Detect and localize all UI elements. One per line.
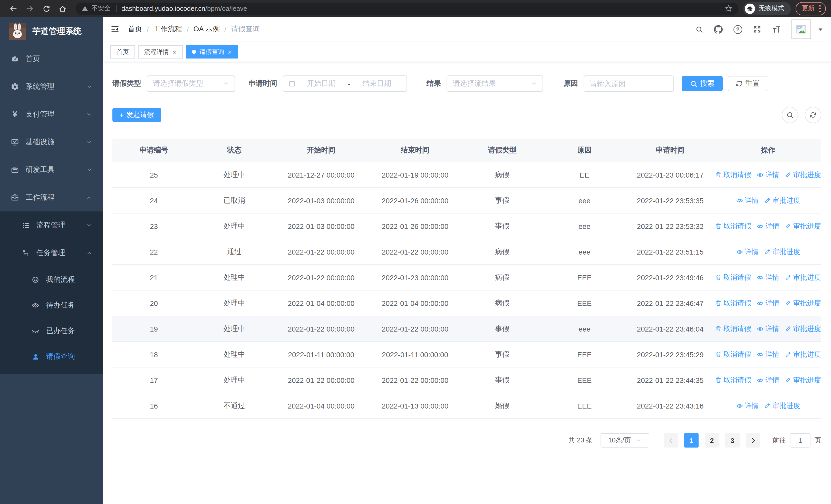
detail-action-link[interactable]: 详情	[757, 376, 779, 385]
progress-action-link[interactable]: 审批进度	[785, 273, 821, 282]
sidebar-item-label: 已办任务	[46, 326, 75, 336]
detail-action-link[interactable]: 详情	[736, 401, 758, 410]
page-size-select[interactable]: 10条/页	[601, 433, 649, 448]
next-page-button[interactable]	[746, 433, 760, 448]
sidebar-item-支付管理[interactable]: ¥支付管理	[0, 100, 103, 128]
progress-action-link[interactable]: 审批进度	[764, 196, 800, 205]
breadcrumb-item[interactable]: 首页	[128, 25, 142, 34]
detail-action-link[interactable]: 详情	[757, 298, 779, 308]
sidebar-item-待办任务[interactable]: 待办任务	[0, 293, 103, 318]
cancel-action-link[interactable]: 取消请假	[715, 273, 751, 282]
close-icon[interactable]: ×	[228, 49, 231, 55]
edit-icon	[785, 325, 792, 332]
fontsize-icon[interactable]	[772, 25, 781, 34]
progress-action-link[interactable]: 审批进度	[785, 324, 821, 333]
more-vert-icon[interactable]	[818, 4, 822, 13]
cancel-action-link[interactable]: 取消请假	[715, 170, 751, 179]
prev-page-button[interactable]	[664, 433, 678, 448]
cell-actions: 详情审批进度	[715, 393, 821, 419]
address-bar[interactable]: 不安全 dashboard.yudao.iocoder.cn/bpm/oa/le…	[76, 2, 739, 14]
sidebar-logo-row[interactable]: 芋道管理系统	[0, 17, 103, 45]
cancel-action-link[interactable]: 取消请假	[715, 298, 751, 308]
bookmark-star-icon[interactable]	[725, 5, 733, 12]
sidebar-item-我的流程[interactable]: 我的流程	[0, 267, 103, 293]
sidebar-item-系统管理[interactable]: 系统管理	[0, 73, 103, 100]
progress-action-link[interactable]: 审批进度	[764, 401, 800, 410]
sidebar-item-label: 基础设施	[26, 138, 54, 147]
reset-button[interactable]: 重置	[728, 76, 767, 91]
sidebar-item-研发工具[interactable]: 研发工具	[0, 156, 103, 184]
detail-action-link[interactable]: 详情	[757, 350, 779, 359]
sidebar-item-流程管理[interactable]: 流程管理	[0, 211, 103, 239]
breadcrumb-item[interactable]: 工作流程	[153, 25, 182, 34]
goto-page-input[interactable]	[790, 433, 810, 448]
create-leave-button[interactable]: + 发起请假	[112, 108, 161, 122]
sidebar-item-基础设施[interactable]: 基础设施	[0, 128, 103, 156]
close-icon[interactable]: ×	[172, 49, 176, 55]
cell-start: 2022-01-22 00:00:00	[273, 316, 369, 342]
leave-type-select[interactable]: 请选择请假类型	[147, 76, 235, 92]
action-label: 审批进度	[793, 298, 821, 308]
progress-action-link[interactable]: 审批进度	[785, 350, 821, 359]
cancel-action-link[interactable]: 取消请假	[715, 376, 751, 385]
apply-time-range-picker[interactable]: 开始日期 - 结束日期	[283, 76, 407, 92]
reason-input[interactable]	[583, 76, 674, 92]
cell-reason: eee	[543, 187, 625, 213]
detail-action-link[interactable]: 详情	[736, 247, 758, 256]
detail-action-link[interactable]: 详情	[757, 273, 779, 282]
forward-icon[interactable]	[24, 2, 36, 14]
progress-action-link[interactable]: 审批进度	[785, 221, 821, 231]
detail-action-link[interactable]: 详情	[757, 324, 779, 333]
sidebar-item-工作流程[interactable]: 工作流程	[0, 184, 103, 211]
reload-icon[interactable]	[40, 2, 52, 14]
security-chip[interactable]: 不安全	[82, 4, 111, 13]
tab-首页[interactable]: 首页	[110, 45, 135, 59]
caret-down-icon[interactable]	[818, 26, 823, 32]
cell-type: 事假	[461, 213, 543, 239]
avatar[interactable]	[792, 20, 811, 39]
page-button-1[interactable]: 1	[684, 433, 698, 448]
progress-action-link[interactable]: 审批进度	[764, 247, 800, 256]
home-icon[interactable]	[56, 2, 69, 14]
detail-action-link[interactable]: 详情	[757, 221, 779, 231]
tab-流程详情[interactable]: 流程详情×	[138, 45, 182, 59]
sidebar-item-已办任务[interactable]: 已办任务	[0, 318, 103, 344]
cancel-action-link[interactable]: 取消请假	[715, 324, 751, 333]
cancel-action-link[interactable]: 取消请假	[715, 350, 751, 359]
column-header-申请时间: 申请时间	[626, 139, 715, 162]
cell-id: 24	[112, 187, 195, 213]
page-button-2[interactable]: 2	[705, 433, 719, 448]
search-icon[interactable]	[695, 25, 703, 33]
sidebar-fold-icon[interactable]	[110, 25, 120, 34]
search-button[interactable]: 搜索	[682, 76, 723, 91]
detail-action-link[interactable]: 详情	[757, 170, 779, 179]
progress-action-link[interactable]: 审批进度	[785, 376, 821, 385]
detail-action-link[interactable]: 详情	[736, 196, 758, 205]
edit-icon	[764, 403, 771, 409]
tab-请假查询[interactable]: 请假查询×	[185, 45, 238, 59]
github-icon[interactable]	[714, 25, 723, 34]
sidebar-item-任务管理[interactable]: 任务管理	[0, 239, 103, 267]
result-select[interactable]: 请选择流结果	[447, 76, 543, 92]
progress-action-link[interactable]: 审批进度	[785, 298, 821, 308]
sidebar-item-首页[interactable]: 首页	[0, 45, 103, 73]
page-button-3[interactable]: 3	[725, 433, 740, 448]
breadcrumb-item[interactable]: OA 示例	[194, 25, 220, 34]
action-label: 详情	[766, 221, 779, 231]
edit-icon	[785, 223, 792, 230]
search-toggle-button[interactable]	[782, 107, 798, 123]
action-label: 审批进度	[793, 324, 821, 333]
sidebar-item-请假查询[interactable]: 请假查询	[0, 344, 103, 369]
back-icon[interactable]	[7, 2, 20, 14]
action-label: 取消请假	[723, 350, 751, 359]
refresh-table-button[interactable]	[805, 107, 821, 123]
question-icon[interactable]: ?	[734, 25, 742, 34]
cell-actions: 取消请假详情审批进度	[715, 265, 821, 290]
cancel-action-link[interactable]: 取消请假	[715, 221, 751, 231]
fullscreen-icon[interactable]	[753, 25, 761, 33]
leave-type-placeholder: 请选择请假类型	[153, 79, 223, 88]
update-button[interactable]: 更新	[796, 2, 826, 15]
progress-action-link[interactable]: 审批进度	[785, 170, 821, 179]
cell-applied: 2022-01-22 23:53:32	[626, 213, 715, 239]
leave-table: 申请编号状态开始时间结束时间请假类型原因申请时间操作 25处理中2021-12-…	[112, 139, 821, 419]
